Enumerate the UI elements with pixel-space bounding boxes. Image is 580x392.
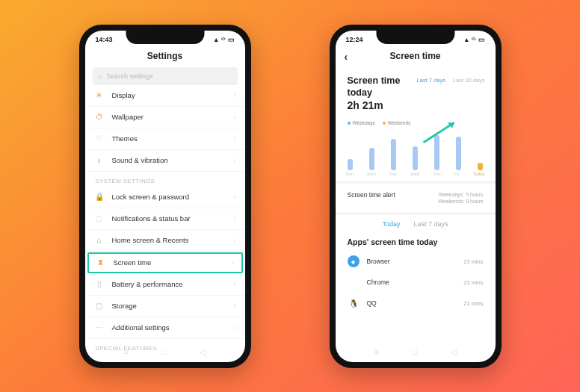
row-label: Sound & vibration: [112, 156, 168, 164]
app-time: 23 mins: [463, 279, 483, 286]
settings-row-display[interactable]: ☀Display›: [85, 85, 245, 107]
row-label: Screen time: [114, 258, 152, 267]
legend-weekends: Weekends: [383, 120, 411, 125]
nav-back-icon[interactable]: ◁: [450, 347, 456, 357]
chevron-right-icon: ›: [233, 113, 235, 121]
battery-icon: ▭: [228, 36, 235, 43]
signal-icon: ▴: [465, 36, 469, 43]
nav-recents-icon[interactable]: ≡: [124, 347, 129, 357]
app-name: Chrome: [367, 279, 389, 286]
wifi-icon: ⌔: [221, 36, 225, 43]
back-icon[interactable]: ‹: [345, 51, 348, 63]
clock: 14:43: [96, 36, 113, 43]
screen-time-alert-row[interactable]: Screen time alert Weekdays: 5 hours Week…: [336, 184, 496, 212]
alert-values: Weekdays: 5 hours Weekends: 8 hours: [438, 191, 483, 205]
bar-mon: [369, 148, 374, 170]
chevron-right-icon: ›: [232, 258, 234, 267]
row-icon: ⏱: [94, 112, 105, 122]
apps-tabs: Today Last 7 days: [336, 215, 496, 233]
summary-block: Screen time today 2h 21m: [336, 67, 496, 115]
row-icon: ▯: [94, 279, 105, 290]
app-row-browser[interactable]: ●Browser23 mins: [336, 251, 496, 272]
chevron-right-icon: ›: [233, 236, 235, 244]
row-icon: ⌂: [94, 235, 105, 246]
bar-sun: [348, 159, 353, 170]
nav-bar: ≡ □ ◁: [85, 344, 245, 360]
app-row-qq[interactable]: 🐧QQ21 mins: [336, 293, 496, 314]
bar-fri: [456, 137, 461, 170]
nav-recents-icon[interactable]: ≡: [374, 347, 379, 357]
x-label: Wed: [410, 172, 419, 176]
chevron-right-icon: ›: [233, 156, 235, 164]
tab-last-7-days[interactable]: Last 7 days: [417, 77, 445, 84]
bar-thu: [434, 135, 439, 170]
clock: 12:24: [346, 36, 363, 43]
tab-last-7-days[interactable]: Last 7 days: [414, 220, 448, 228]
bar-today: [478, 163, 483, 170]
x-label: Thu: [433, 172, 440, 176]
bar-chart: [336, 128, 496, 172]
chevron-right-icon: ›: [233, 193, 235, 201]
nav-back-icon[interactable]: ◁: [200, 347, 206, 357]
search-icon: ⌕: [99, 72, 102, 80]
row-icon: ☀: [94, 90, 105, 101]
app-time: 21 mins: [463, 300, 483, 307]
settings-row-additional-settings[interactable]: ⋯Additional settings›: [85, 317, 245, 339]
row-icon: ⋯: [94, 323, 105, 333]
row-icon: ♡: [94, 134, 105, 144]
settings-row-screen-time[interactable]: ⧗Screen time›: [87, 252, 243, 273]
app-icon: ●: [348, 255, 360, 267]
row-label: Notifications & status bar: [112, 214, 191, 223]
tab-today[interactable]: Today: [382, 220, 400, 228]
row-icon: ◌: [94, 214, 105, 224]
alert-label: Screen time alert: [348, 191, 395, 199]
settings-row-notifications-status-bar[interactable]: ◌Notifications & status bar›: [85, 208, 245, 230]
tab-last-30-days[interactable]: Last 30 days: [453, 77, 485, 84]
battery-icon: ▭: [478, 36, 485, 43]
notch: [376, 31, 454, 44]
x-label: Fri: [454, 172, 459, 176]
range-tabs: Last 7 days Last 30 days: [417, 77, 485, 84]
phone-screen: 14:43 ▴ ⌔ ▭ Settings ⌕ Search settings ☀…: [85, 31, 245, 362]
row-icon: ♪: [94, 155, 105, 166]
search-placeholder: Search settings: [107, 72, 153, 80]
status-icons: ▴ ⌔ ▭: [215, 36, 235, 43]
nav-home-icon[interactable]: □: [412, 347, 417, 357]
row-label: Home screen & Recents: [112, 236, 189, 244]
settings-row-themes[interactable]: ♡Themes›: [85, 128, 245, 150]
app-name: QQ: [367, 299, 377, 307]
settings-row-home-screen-recents[interactable]: ⌂Home screen & Recents›: [85, 230, 245, 252]
app-row-chrome[interactable]: ◉Chrome23 mins: [336, 272, 496, 293]
phone-screentime: 12:24 ▴ ⌔ ▭ ‹ Screen time Last 7 days La…: [330, 25, 502, 368]
apps-section-title: Apps' screen time today: [336, 233, 496, 251]
row-label: Display: [112, 91, 135, 99]
settings-row-wallpaper[interactable]: ⏱Wallpaper›: [85, 107, 245, 128]
settings-row-battery-performance[interactable]: ▯Battery & performance›: [85, 274, 245, 296]
row-label: Lock screen & password: [112, 193, 190, 201]
summary-value: 2h 21m: [348, 99, 484, 111]
row-icon: ⧗: [96, 258, 106, 268]
search-input[interactable]: ⌕ Search settings: [93, 67, 238, 85]
section-header-system: SYSTEM SETTINGS: [85, 172, 245, 187]
chevron-right-icon: ›: [233, 91, 235, 99]
chevron-right-icon: ›: [233, 134, 235, 143]
settings-row-sound-vibration[interactable]: ♪Sound & vibration›: [85, 150, 245, 172]
apps-list: ●Browser23 mins◉Chrome23 mins🐧QQ21 mins: [336, 251, 496, 314]
x-label: Sun: [346, 172, 354, 176]
row-label: Themes: [112, 134, 138, 143]
chevron-right-icon: ›: [233, 214, 235, 223]
phone-screen: 12:24 ▴ ⌔ ▭ ‹ Screen time Last 7 days La…: [336, 31, 496, 362]
status-icons: ▴ ⌔ ▭: [465, 36, 485, 43]
page-title: Settings: [85, 47, 245, 67]
x-label: Mon: [367, 172, 376, 176]
nav-home-icon[interactable]: □: [161, 347, 167, 357]
legend-weekdays: Weekdays: [348, 120, 375, 125]
chevron-right-icon: ›: [233, 302, 235, 310]
row-icon: ▢: [94, 301, 105, 311]
settings-row-storage[interactable]: ▢Storage›: [85, 296, 245, 317]
nav-bar: ≡ □ ◁: [336, 344, 496, 360]
x-label: Tue: [389, 172, 397, 176]
settings-row-lock-screen-password[interactable]: 🔒Lock screen & password›: [85, 187, 245, 208]
wifi-icon: ⌔: [472, 36, 475, 43]
row-icon: 🔒: [94, 192, 105, 202]
